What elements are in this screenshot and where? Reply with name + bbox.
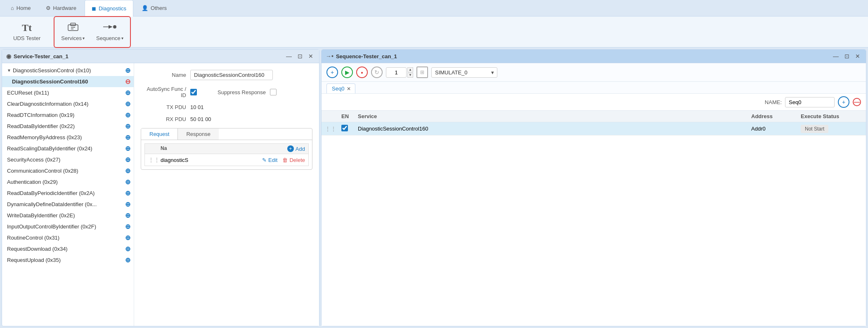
add-inputoutputcontrolbyidentifier-btn[interactable]: ⊕	[125, 223, 130, 231]
seq-simulate-select[interactable]: SIMULATE_0 SIMULATE_1 SIMULATE_2	[431, 67, 497, 78]
list-item-ecureset[interactable]: ECUReset (0x11) ⊕	[2, 87, 134, 98]
nav-tab-home[interactable]: ⌂ Home	[4, 0, 38, 17]
list-item-dynamicallydefinedataidentifier[interactable]: DynamicallyDefineDataIdentifier (0x... ⊕	[2, 199, 134, 210]
remove-diagnosticsessioncontrol160-btn[interactable]: ⊖	[125, 78, 130, 86]
drag-handle[interactable]: ⋮⋮	[148, 157, 157, 163]
params-edit-btn[interactable]: ✎ Edit	[262, 157, 277, 163]
seq-count-wrapper: ▲ ▼	[386, 67, 413, 78]
list-item-readscalingdatabyidentifier[interactable]: ReadScalingDataByIdentifier (0x24) ⊕	[2, 143, 134, 154]
list-item-inputoutputcontrolbyidentifier[interactable]: InputOutputControlByIdentifier (0x2F) ⊕	[2, 221, 134, 232]
add-dynamicallydefinedataidentifier-btn[interactable]: ⊕	[125, 200, 130, 208]
params-row: ⋮⋮ diagnosticS ✎ Edit 🗑 Delete	[144, 154, 309, 166]
seq-refresh-btn[interactable]: ↻	[371, 67, 383, 78]
delete-label: Delete	[289, 157, 305, 163]
add-requestupload-btn[interactable]: ⊕	[125, 256, 130, 264]
txpdu-label: TX PDU	[141, 104, 186, 110]
list-item-requestdownload[interactable]: RequestDownload (0x34) ⊕	[2, 243, 134, 254]
seq-play-btn[interactable]: ▶	[341, 67, 353, 78]
suppress-checkbox[interactable]	[270, 89, 277, 95]
list-item-routinecontrol[interactable]: RoutineControl (0x31) ⊕	[2, 232, 134, 243]
col-drag	[325, 113, 341, 119]
seq-tabs: Seq0 ✕	[322, 82, 866, 94]
plus-icon: +	[287, 145, 294, 152]
seq-tab-close-btn[interactable]: ✕	[347, 86, 351, 92]
seq-count-input[interactable]	[386, 67, 407, 78]
toolbar-uds-tester-label: UDS Tester	[13, 35, 40, 41]
seq-count-up-btn[interactable]: ▲	[407, 67, 413, 72]
name-input[interactable]	[190, 70, 273, 80]
seq-name-row: NAME: + —	[322, 94, 866, 111]
params-delete-btn[interactable]: 🗑 Delete	[282, 157, 305, 163]
right-panel-maximize-btn[interactable]: ⊡	[843, 52, 851, 60]
tab-response[interactable]: Response	[178, 128, 219, 140]
list-item-cleardiagnosticinformation[interactable]: ClearDiagnosticInformation (0x14) ⊕	[2, 98, 134, 109]
detail-txpdu-row: TX PDU 10 01	[141, 104, 312, 110]
list-item-readdatabyidentifier[interactable]: ReadDataByIdentifier (0x22) ⊕	[2, 121, 134, 132]
left-panel-controls: — ⊡ ✕	[284, 52, 315, 60]
add-readdatabyidentifier-btn[interactable]: ⊕	[125, 122, 130, 130]
row-en-checkbox[interactable]	[341, 125, 348, 131]
add-authentication-btn[interactable]: ⊕	[125, 178, 130, 186]
list-item-diagnosticsessioncontrol[interactable]: ▼ DiagnosticSessionControl (0x10) ⊕	[2, 65, 134, 76]
toolbar-services[interactable]: Services ▾	[56, 19, 90, 45]
list-item-label: DynamicallyDefineDataIdentifier (0x...	[7, 201, 97, 207]
service-list: ▼ DiagnosticSessionControl (0x10) ⊕ Diag…	[2, 63, 134, 326]
list-item-communicationcontrol[interactable]: CommunicationControl (0x28) ⊕	[2, 165, 134, 176]
left-panel-maximize-btn[interactable]: ⊡	[296, 52, 304, 60]
toolbar-sequence[interactable]: Sequence ▾	[91, 19, 128, 45]
row-address: Addr0	[751, 126, 801, 132]
add-routinecontrol-btn[interactable]: ⊕	[125, 234, 130, 242]
list-item-readmemorybyaddress[interactable]: ReadMemoryByAddress (0x23) ⊕	[2, 132, 134, 143]
list-item-readdtcinformation[interactable]: ReadDTCInformation (0x19) ⊕	[2, 109, 134, 121]
list-item-label: ReadDataByIdentifier (0x22)	[7, 123, 75, 129]
seq-stop-btn[interactable]: ●	[356, 67, 368, 78]
add-ecureset-btn[interactable]: ⊕	[125, 89, 130, 97]
toolbar-uds-tester[interactable]: Tt UDS Tester	[8, 19, 45, 45]
seq-name-add-btn[interactable]: +	[838, 96, 849, 108]
seq-name-input[interactable]	[785, 97, 835, 107]
seq-name-remove-btn[interactable]: —	[853, 98, 861, 106]
params-add-btn[interactable]: + Add	[287, 145, 305, 152]
right-panel-close-btn[interactable]: ✕	[854, 52, 862, 60]
add-diagnosticsessioncontrol-btn[interactable]: ⊕	[125, 67, 130, 74]
list-item-diagnosticsessioncontrol160[interactable]: DiagnosticSessionControl160 ⊖	[2, 76, 134, 87]
list-item-readdatabyperiodicidentifier[interactable]: ReadDataByPeriodicIdentifier (0x2A) ⊕	[2, 188, 134, 199]
tab-request[interactable]: Request	[141, 128, 178, 140]
list-item-writedatabyidentifier[interactable]: WriteDataByIdentifier (0x2E) ⊕	[2, 210, 134, 221]
seq-spinner: ▲ ▼	[407, 67, 413, 78]
nav-tab-diagnostics[interactable]: ◼ Diagnostics	[85, 0, 133, 17]
nav-tab-others[interactable]: 👤 Others	[135, 0, 173, 17]
nav-tab-hardware-label: Hardware	[53, 5, 76, 11]
seq-tab-seq0[interactable]: Seq0 ✕	[326, 83, 355, 93]
detail-rxpdu-row: RX PDU 50 01 00	[141, 116, 312, 122]
seq-add-btn[interactable]: +	[326, 67, 338, 78]
left-panel: ◉ Service-Tester_can_1 — ⊡ ✕ ▼ Diagnosti…	[2, 49, 319, 326]
list-item-requestupload[interactable]: RequestUpload (0x35) ⊕	[2, 254, 134, 266]
add-readmemorybyaddress-btn[interactable]: ⊕	[125, 133, 130, 141]
nav-tab-hardware[interactable]: ⚙ Hardware	[39, 0, 83, 17]
add-requestdownload-btn[interactable]: ⊕	[125, 245, 130, 253]
add-readdtcinformation-btn[interactable]: ⊕	[125, 111, 130, 119]
edit-icon: ✎	[262, 157, 267, 163]
list-item-label: ReadMemoryByAddress (0x23)	[7, 134, 82, 140]
nav-tab-home-label: Home	[17, 5, 31, 11]
right-panel-minimize-btn[interactable]: —	[831, 52, 840, 60]
add-readscalingdatabyidentifier-btn[interactable]: ⊕	[125, 145, 130, 152]
seq-table-row[interactable]: ⋮⋮ DiagnosticSessionControl160 Addr0 Not…	[322, 122, 866, 135]
nav-tab-diagnostics-label: Diagnostics	[99, 5, 126, 12]
seq-count-down-btn[interactable]: ▼	[407, 73, 413, 78]
detail-name-row: Name	[141, 70, 312, 80]
seq-toolbar: + ▶ ● ↻ ▲ ▼ ⊞ SIMULATE_0 SIMULATE_1 SIMU…	[322, 63, 866, 82]
add-cleardiagnosticinformation-btn[interactable]: ⊕	[125, 100, 130, 108]
list-item-authentication[interactable]: Authentication (0x29) ⊕	[2, 176, 134, 188]
add-writedatabyidentifier-btn[interactable]: ⊕	[125, 212, 130, 219]
seq-view-btn[interactable]: ⊞	[416, 67, 428, 78]
left-panel-minimize-btn[interactable]: —	[284, 52, 293, 60]
left-panel-close-btn[interactable]: ✕	[307, 52, 315, 60]
list-item-securityaccess[interactable]: SecurityAccess (0x27) ⊕	[2, 154, 134, 165]
row-drag-handle[interactable]: ⋮⋮	[325, 126, 338, 132]
add-communicationcontrol-btn[interactable]: ⊕	[125, 167, 130, 175]
autosync-checkbox[interactable]	[190, 89, 197, 95]
add-readdatabyperiodicidentifier-btn[interactable]: ⊕	[125, 189, 130, 197]
add-securityaccess-btn[interactable]: ⊕	[125, 156, 130, 164]
